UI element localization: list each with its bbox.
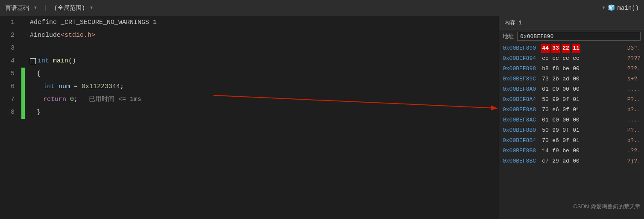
memory-rows[interactable]: 0x00BEF89044332211D3".0x00BEF894cccccccc… [499,43,644,219]
memory-address-bar: 地址 [499,30,644,43]
line-indicator-1 [21,16,25,29]
line-number-7: 7 [0,93,21,106]
memory-row: 0x00BEF8AC01000000.... [499,115,644,125]
line-indicator-8 [21,106,25,119]
line-indicator-7 [21,93,25,106]
line-number-6: 6 [0,80,21,93]
memory-title: 内存 1 [504,20,522,26]
memory-row: 0x00BEF8A870e60f01p?.. [499,105,644,115]
line-content-3 [25,42,34,55]
memory-row: 0x00BEF8A450990f01P?.. [499,95,644,105]
main-dropdown-arrow[interactable]: ▼ [603,6,605,10]
line-content-8: } [25,106,41,119]
memory-row: 0x00BEF8B814f9be00.??. [499,146,644,156]
line-number-8: 8 [0,106,21,119]
memory-row: 0x00BEF8B470e60f01p?.. [499,136,644,146]
memory-address-input[interactable] [517,32,641,41]
line-indicator-3 [21,42,25,55]
memory-row: 0x00BEF894cccccccc???? [499,53,644,64]
global-scope-arrow[interactable]: ▼ [90,6,93,10]
line-number-2: 2 [0,29,21,42]
line-indicator-4 [21,55,25,68]
global-scope-label: (全局范围) [54,4,85,12]
scope-label: 言语基础 [5,4,29,12]
indent-line-7 [37,94,37,106]
line-content-1: #define _CRT_SECURE_NO_WARNINGS 1 [25,16,157,29]
line-indicator-6 [21,80,25,93]
indent-line-6 [37,81,37,93]
memory-row: 0x00BEF898b8f8be00???. [499,64,644,74]
toolbar: 言语基础 ▼ | (全局范围) ▼ ▼ 🧊 main() [0,0,644,16]
main-func-label: main() [618,5,639,12]
memory-row: 0x00BEF8A001000000.... [499,84,644,95]
line-content-5: { [25,68,41,80]
toolbar-right: ▼ 🧊 main() [601,4,639,12]
line-content-7: return 0; 已用时间 <= 1ms [25,93,141,106]
collapse-icon[interactable]: − [30,58,36,64]
main-content: 1 #define _CRT_SECURE_NO_WARNINGS 1 2 #i… [0,16,644,219]
toolbar-left: 言语基础 ▼ | (全局范围) ▼ [5,4,93,12]
line-content-2: #include<stdio.h> [25,29,95,42]
memory-row: 0x00BEF8B050990f01P?.. [499,125,644,136]
memory-address-label: 地址 [503,33,514,40]
watermark: CSDN @爱喝兽奶的荒天帝 [573,203,641,210]
line-indicator-2 [21,29,25,42]
scope-dropdown-arrow[interactable]: ▼ [34,6,37,10]
memory-row: 0x00BEF89C732bad00s+?. [499,74,644,84]
memory-title-bar: 内存 1 [499,16,644,30]
line-number-4: 4 [0,55,21,68]
line-content-4: −int main() [25,55,76,68]
memory-row: 0x00BEF89044332211D3". [499,43,644,53]
memory-panel: 内存 1 地址 0x00BEF89044332211D3".0x00BEF894… [499,16,644,219]
line-indicator-5 [21,68,25,80]
line-number-5: 5 [0,68,21,80]
memory-row: 0x00BEF8BCc729ad00?)?. [499,156,644,166]
main-icon: 🧊 [608,4,615,12]
line-number-1: 1 [0,16,21,29]
line-number-3: 3 [0,42,21,55]
line-content-6: int num = 0x11223344; [25,80,124,93]
